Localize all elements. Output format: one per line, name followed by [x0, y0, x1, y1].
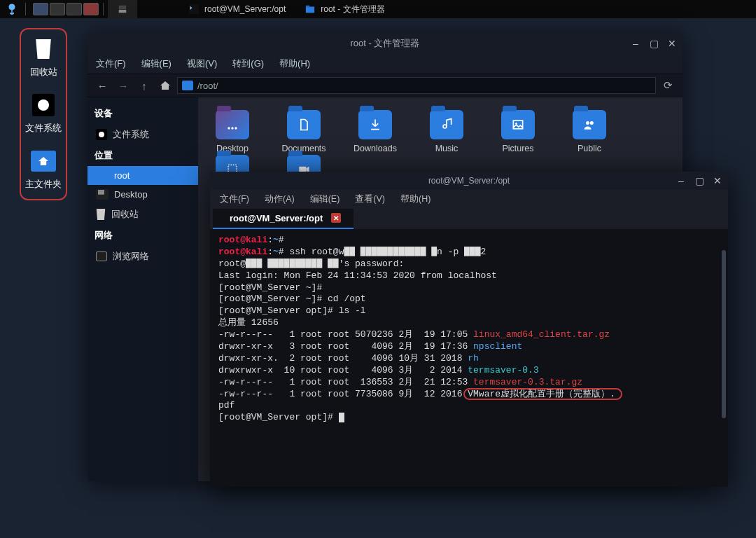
fm-title: root - 文件管理器: [351, 37, 420, 50]
terminal-output[interactable]: root@kali:~# root@kali:~# ssh root@w██ █…: [210, 229, 728, 487]
svg-rect-0: [119, 10, 127, 13]
app-menu-button[interactable]: [3, 1, 21, 17]
svg-rect-5: [98, 190, 104, 195]
svg-point-8: [234, 127, 237, 129]
desktop-icon-filesystem[interactable]: 文件系统: [25, 92, 62, 134]
sidebar-head-devices: 设备: [88, 103, 198, 124]
term-maximize-button[interactable]: ▢: [693, 175, 706, 186]
folder-icon: [182, 81, 193, 90]
term-menu-help[interactable]: 帮助(H): [400, 193, 430, 205]
menu-go[interactable]: 转到(G): [232, 57, 264, 70]
term-menubar: 文件(F) 动作(A) 编辑(E) 查看(V) 帮助(H): [210, 190, 728, 208]
term-menu-edit[interactable]: 编辑(E): [310, 193, 340, 205]
fm-titlebar[interactable]: root - 文件管理器 – ▢ ✕: [88, 33, 682, 54]
term-minimize-button[interactable]: –: [675, 175, 687, 186]
tab-close-icon[interactable]: ✕: [331, 213, 341, 223]
sidebar-item-trash[interactable]: 回收站: [88, 204, 198, 225]
fm-toolbar: ← → ↑ /root/ ⟳: [88, 74, 682, 97]
sidebar-head-places: 位置: [88, 145, 198, 166]
path-text: /root/: [197, 81, 218, 91]
term-tabbar: root@VM_Server:/opt ✕: [210, 208, 728, 229]
sidebar-item-filesystem[interactable]: 文件系统: [88, 124, 198, 145]
menu-help[interactable]: 帮助(H): [279, 57, 310, 70]
svg-rect-9: [513, 120, 522, 129]
fm-sidebar: 设备 文件系统 位置 root Desktop 回收站 网络 浏览网络: [88, 97, 198, 481]
desktop-icons-highlight: 回收站 文件系统 主文件夹: [20, 28, 67, 200]
term-title-text: root@VM_Server:/opt: [428, 176, 510, 186]
svg-point-6: [227, 127, 230, 129]
task-label: root@VM_Server:/opt: [204, 4, 286, 14]
svg-rect-1: [119, 6, 127, 9]
folder-documents[interactable]: Documents: [279, 110, 328, 153]
term-menu-view[interactable]: 查看(V): [355, 193, 385, 205]
svg-rect-3: [306, 7, 314, 13]
folder-pictures[interactable]: Pictures: [493, 110, 542, 153]
maximize-button[interactable]: ▢: [648, 38, 660, 49]
taskbar-entry-fm[interactable]: root - 文件管理器: [295, 0, 394, 18]
svg-point-7: [231, 127, 233, 129]
workspace-switcher[interactable]: [33, 3, 99, 15]
svg-rect-4: [306, 6, 309, 8]
location-bar[interactable]: /root/: [177, 77, 656, 94]
folder-desktop[interactable]: Desktop: [208, 110, 257, 153]
term-close-button[interactable]: ✕: [711, 175, 724, 186]
svg-point-12: [590, 121, 594, 125]
minimize-button[interactable]: –: [629, 38, 642, 49]
sidebar-item-browse-network[interactable]: 浏览网络: [88, 246, 198, 267]
highlighted-file: VMware虚拟化配置手册（完整版）.: [468, 389, 615, 399]
sidebar-head-network: 网络: [88, 225, 198, 246]
sidebar-item-root[interactable]: root: [88, 166, 198, 185]
svg-point-11: [586, 121, 589, 125]
folder-downloads[interactable]: Downloads: [351, 110, 400, 153]
taskbar-entry-terminal[interactable]: root@VM_Server:/opt: [179, 0, 295, 18]
folder-public[interactable]: Public: [565, 110, 614, 153]
menu-view[interactable]: 视图(V): [187, 57, 217, 70]
nav-home-button[interactable]: [156, 76, 174, 95]
fm-menubar: 文件(F) 编辑(E) 视图(V) 转到(G) 帮助(H): [88, 54, 682, 74]
nav-forward-button[interactable]: →: [114, 76, 132, 95]
close-button[interactable]: ✕: [666, 38, 678, 49]
refresh-button[interactable]: ⟳: [659, 79, 677, 92]
terminal-cursor: [339, 413, 344, 422]
terminal-scrollbar[interactable]: [722, 250, 726, 418]
term-tab-label: root@VM_Server:/opt: [230, 213, 323, 223]
menu-edit[interactable]: 编辑(E): [141, 57, 172, 70]
minimize-all-button[interactable]: [108, 0, 137, 18]
nav-back-button[interactable]: ←: [93, 76, 111, 95]
term-menu-file[interactable]: 文件(F): [220, 193, 249, 205]
menu-file[interactable]: 文件(F): [96, 57, 126, 70]
nav-up-button[interactable]: ↑: [135, 76, 153, 95]
terminal-window: root@VM_Server:/opt – ▢ ✕ 文件(F) 动作(A) 编辑…: [210, 172, 728, 487]
desktop-icon-trash[interactable]: 回收站: [30, 36, 57, 78]
sidebar-item-desktop[interactable]: Desktop: [88, 185, 198, 204]
folder-music[interactable]: Music: [422, 110, 471, 153]
term-tab-active[interactable]: root@VM_Server:/opt ✕: [213, 209, 354, 229]
term-menu-action[interactable]: 动作(A): [265, 193, 295, 205]
term-titlebar[interactable]: root@VM_Server:/opt – ▢ ✕: [210, 172, 728, 190]
desktop-icon-home[interactable]: 主文件夹: [25, 149, 62, 191]
task-label: root - 文件管理器: [321, 4, 384, 15]
top-panel: root@VM_Server:/opt root - 文件管理器: [0, 0, 756, 18]
